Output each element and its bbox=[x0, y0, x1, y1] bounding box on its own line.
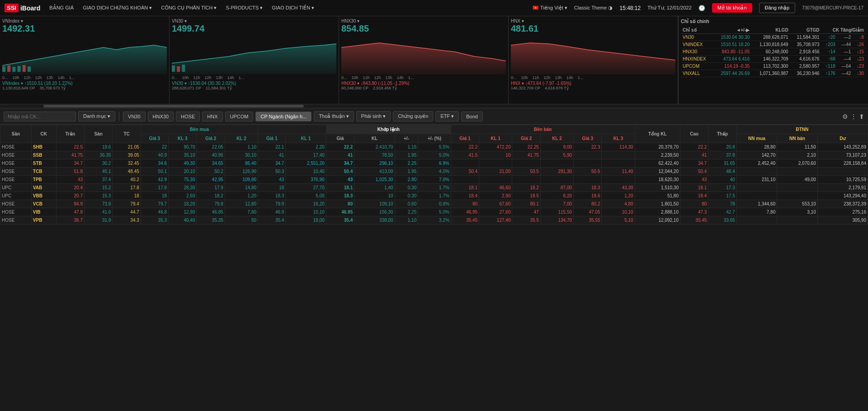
cell-buy-g2: 17.9 bbox=[197, 184, 225, 192]
tab-chung-quyen[interactable]: Chứng quyền bbox=[393, 111, 433, 121]
cell-san-val: 41.6 bbox=[85, 208, 113, 216]
cell-cao: 50.4 bbox=[680, 168, 708, 176]
idx-row-hnxindex[interactable]: HNXINDEX 473.64 6.416 146,322,709 4,616.… bbox=[681, 56, 866, 63]
idx-row-hnx30[interactable]: HNX30 843.80 -11.05 60,248,000 2,918.456… bbox=[681, 48, 866, 56]
cell-nn-mua bbox=[736, 192, 777, 200]
table-row[interactable]: HOSE STB 34.7 30.2 32.45 34.6 49,30 34.6… bbox=[0, 159, 868, 168]
cell-sell-kl1 bbox=[479, 176, 512, 184]
cell-match-pct: 1.7% bbox=[418, 184, 451, 192]
col-sell-g1: Giá 1 bbox=[451, 134, 479, 143]
tab-upcom[interactable]: UPCOM bbox=[225, 112, 254, 121]
cell-ck[interactable]: STB bbox=[31, 159, 56, 168]
chart-vnindex-svg bbox=[2, 34, 167, 75]
cell-tongkl: 20,379,70 bbox=[635, 143, 680, 151]
horizontal-scrollbar[interactable] bbox=[0, 105, 868, 108]
table-area[interactable]: Sàn CK Trần Sàn TC Bên mua Khớp lệnh Bên… bbox=[0, 125, 868, 399]
tab-etf[interactable]: ETF ▾ bbox=[435, 111, 459, 121]
search-input[interactable] bbox=[4, 112, 76, 121]
settings-icon[interactable]: ⚙ bbox=[842, 113, 848, 120]
cell-buy-kl1: 5,00 bbox=[286, 192, 326, 200]
cell-du: 2,179,91 bbox=[817, 184, 868, 192]
cell-nn-mua: 1,344,60 bbox=[736, 200, 777, 208]
nav-banggia[interactable]: BẢNG GIÁ bbox=[49, 5, 74, 11]
cell-thap: 31.65 bbox=[708, 159, 736, 168]
table-row[interactable]: HOSE VIB 47.8 41.6 44.7 46.8 12,90 46.85… bbox=[0, 208, 868, 216]
col-nn-mua: NN mua bbox=[736, 134, 777, 143]
cell-tc: 21.05 bbox=[113, 143, 141, 151]
danh-muc-button[interactable]: Danh mục ▾ bbox=[78, 111, 115, 121]
tab-vn30[interactable]: VN30 bbox=[123, 112, 146, 121]
nav-congcu[interactable]: CÔNG CỤ PHÂN TÍCH ▾ bbox=[161, 5, 217, 11]
cell-ck[interactable]: VCB bbox=[31, 200, 56, 208]
cell-buy-kl2: 126,90 bbox=[225, 168, 258, 176]
cell-thap: 48.4 bbox=[708, 168, 736, 176]
chart-hnx30[interactable]: HNX30 ▾ 854.85 0...10h11h12h13h14h1... H… bbox=[339, 16, 509, 104]
more-icon[interactable]: ⋮ bbox=[850, 113, 857, 120]
idx-gtgd-upcom: 2,580.957 bbox=[790, 63, 821, 70]
cell-buy-g2: 40.95 bbox=[197, 151, 225, 159]
chart-vn30[interactable]: VN30 ▾ 1499.74 0...10h11h12h13h14h1... V… bbox=[170, 16, 339, 104]
idx-gtgd-hnx30: 2,918.456 bbox=[790, 48, 821, 56]
cell-san-val: 36.35 bbox=[85, 151, 113, 159]
table-row[interactable]: UPC VBB 20.7 15.3 18 18 2,60 18.2 1,20 1… bbox=[0, 192, 868, 200]
tab-hose[interactable]: HOSE bbox=[176, 112, 200, 121]
col-sell-kl2: KL 2 bbox=[540, 134, 573, 143]
cell-ck[interactable]: VPB bbox=[31, 216, 56, 224]
cell-ck[interactable]: TCB bbox=[31, 168, 56, 176]
idx-row-vn30[interactable]: VN30 1530.04 30.30 288,628,071 11,584.30… bbox=[681, 34, 866, 41]
open-account-button[interactable]: Mở tài khoản bbox=[712, 3, 752, 13]
cell-match-pm: 1.15 bbox=[395, 143, 418, 151]
chart-hnx[interactable]: HNX ▾ 481.61 0...10h11h12h13h14h1... HNX… bbox=[509, 16, 678, 104]
cell-buy-kl1: 17,40 bbox=[286, 151, 326, 159]
language-selector[interactable]: 🇻🇳 Tiếng Việt ▾ bbox=[533, 5, 567, 11]
idx-row-vnxall[interactable]: VNXALL 2597.44 26.69 1,071,360,987 36,23… bbox=[681, 70, 866, 77]
cell-ck[interactable]: VBB bbox=[31, 192, 56, 200]
cell-ck[interactable]: TPB bbox=[31, 176, 56, 184]
cell-thap: 40 bbox=[708, 176, 736, 184]
cell-match-pm: 1.10 bbox=[395, 216, 418, 224]
tab-bond[interactable]: Bond bbox=[461, 112, 483, 121]
expand-icon[interactable]: ⬆ bbox=[859, 113, 864, 120]
svg-rect-2 bbox=[2, 66, 5, 72]
cell-ck[interactable]: SSB bbox=[31, 151, 56, 159]
chart-vn30-svg bbox=[172, 34, 336, 75]
cell-buy-g3: 22 bbox=[141, 143, 168, 151]
cell-san: HOSE bbox=[0, 143, 32, 151]
table-row[interactable]: HOSE VCB 84.9 73.9 79.4 79.7 18,20 79.8 … bbox=[0, 200, 868, 208]
table-row[interactable]: HOSE SSB 41.75 36.35 39.05 40.9 35,10 40… bbox=[0, 151, 868, 159]
cell-nn-ban: 49,00 bbox=[777, 176, 817, 184]
chart-vnindex[interactable]: VNIndex ▾ 1492.31 0...10h11h12h13h14h1..… bbox=[0, 16, 170, 104]
cell-du bbox=[817, 168, 868, 176]
cell-buy-kl2: 7,80 bbox=[225, 208, 258, 216]
idx-row-vnindex[interactable]: VNINDEX 1510.51 18.20 1,130,818,649 35,7… bbox=[681, 41, 866, 48]
tab-phai-sinh[interactable]: Phái sinh ▾ bbox=[356, 111, 391, 121]
table-row[interactable]: UPC VAB 20.4 15.2 17.8 17.8 28,30 17.9 1… bbox=[0, 184, 868, 192]
login-button[interactable]: Đăng nhập bbox=[759, 3, 796, 13]
table-row[interactable]: HOSE TPB 43 37.4 40.2 42.9 75,30 42.95 1… bbox=[0, 176, 868, 184]
theme-selector[interactable]: Classic Theme ◑ bbox=[574, 5, 613, 11]
svg-rect-3 bbox=[7, 65, 10, 72]
chart-vn30-info: VN30 ▾ ↑1530.04 (30.30 2.02%) bbox=[172, 81, 336, 86]
cell-match-gia: 46.95 bbox=[326, 208, 354, 216]
cell-ck[interactable]: VIB bbox=[31, 208, 56, 216]
tab-cp-nganh[interactable]: CP Ngành (Ngân h... bbox=[255, 112, 311, 121]
table-row[interactable]: HOSE VPB 36.7 31.9 34.3 35.3 40,40 35.35… bbox=[0, 216, 868, 224]
tab-thoa-thuan[interactable]: Thoả thuận ▾ bbox=[314, 111, 354, 121]
table-row[interactable]: HOSE SHB 22.5 19.6 21.05 22 90,70 22.05 … bbox=[0, 143, 868, 151]
cell-ck[interactable]: SHB bbox=[31, 143, 56, 151]
col-du: Dư bbox=[817, 134, 868, 143]
table-body: HOSE SHB 22.5 19.6 21.05 22 90,70 22.05 … bbox=[0, 143, 868, 224]
table-row[interactable]: HOSE TCB 51.8 45.1 48.45 50.1 20,10 50.2… bbox=[0, 168, 868, 176]
nav-giaodich[interactable]: GIAO DỊCH CHỨNG KHOÁN ▾ bbox=[83, 5, 152, 11]
cell-nn-mua: 7,80 bbox=[736, 208, 777, 216]
idx-row-upcom[interactable]: UPCOM 114.19 -0.35 113,702,300 2,580.957… bbox=[681, 63, 866, 70]
cell-tran: 20.7 bbox=[56, 192, 84, 200]
chart-vn30-price: 1499.74 bbox=[172, 23, 336, 34]
chart-vnindex-cp: 1,130,818,649 CP 35,708.973 Tỷ bbox=[2, 86, 167, 90]
tab-hnx[interactable]: HNX bbox=[202, 112, 222, 121]
nav-sproducts[interactable]: S-PRODUCTS ▾ bbox=[226, 5, 263, 11]
cell-buy-g2: 50.2 bbox=[197, 168, 225, 176]
nav-giaodichtien[interactable]: GIAO DỊCH TIỀN ▾ bbox=[272, 5, 314, 11]
cell-ck[interactable]: VAB bbox=[31, 184, 56, 192]
tab-hnx30[interactable]: HNX30 bbox=[148, 112, 174, 121]
